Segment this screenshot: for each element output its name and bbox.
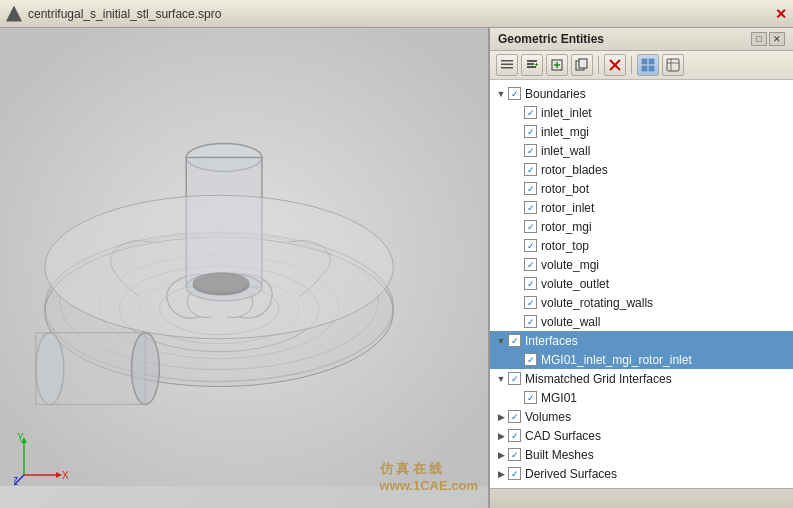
- checkbox-inlet_wall[interactable]: [524, 144, 537, 157]
- svg-rect-31: [527, 60, 537, 62]
- checkbox-mgi01[interactable]: [524, 391, 537, 404]
- title-bar: centrifugal_s_initial_stl_surface.spro ✕: [0, 0, 793, 28]
- panel-close-button[interactable]: ✕: [769, 32, 785, 46]
- tree-item-volute_wall[interactable]: volute_wall: [490, 312, 793, 331]
- toolbar-grid-btn[interactable]: [637, 54, 659, 76]
- toolbar-list-btn[interactable]: [496, 54, 518, 76]
- svg-text:Z: Z: [14, 476, 18, 487]
- tree-item-rotor_inlet[interactable]: rotor_inlet: [490, 198, 793, 217]
- checkbox-rotor_inlet[interactable]: [524, 201, 537, 214]
- expand-btn-derived_surfaces[interactable]: ▶: [494, 467, 508, 481]
- item-label-built_meshes: Built Meshes: [525, 448, 789, 462]
- checkbox-inlet_inlet[interactable]: [524, 106, 537, 119]
- item-label-mgi01: MGI01: [541, 391, 789, 405]
- checkbox-mgi01_inlet[interactable]: [524, 353, 537, 366]
- checkbox-boundaries[interactable]: [508, 87, 521, 100]
- checkbox-interfaces[interactable]: [508, 334, 521, 347]
- toolbar-new-btn[interactable]: [546, 54, 568, 76]
- window-close-button[interactable]: ✕: [775, 6, 787, 22]
- checkbox-volute_wall[interactable]: [524, 315, 537, 328]
- tree-item-rotor_blades[interactable]: rotor_blades: [490, 160, 793, 179]
- expand-btn-boundaries[interactable]: ▼: [494, 87, 508, 101]
- tree-item-boundaries[interactable]: ▼Boundaries: [490, 84, 793, 103]
- checkbox-rotor_bot[interactable]: [524, 182, 537, 195]
- checkbox-rotor_blades[interactable]: [524, 163, 537, 176]
- toolbar-separator-1: [598, 56, 599, 74]
- item-label-volute_mgi: volute_mgi: [541, 258, 789, 272]
- item-label-inlet_mgi: inlet_mgi: [541, 125, 789, 139]
- tree-item-built_meshes[interactable]: ▶Built Meshes: [490, 445, 793, 464]
- svg-point-18: [131, 333, 159, 405]
- item-label-rotor_mgi: rotor_mgi: [541, 220, 789, 234]
- panel-window-controls: □ ✕: [751, 32, 785, 46]
- checkbox-rotor_top[interactable]: [524, 239, 537, 252]
- toolbar-separator-2: [631, 56, 632, 74]
- panel-title: Geometric Entities: [498, 32, 604, 46]
- expand-btn-cad_surfaces[interactable]: ▶: [494, 429, 508, 443]
- tree-item-inlet_mgi[interactable]: inlet_mgi: [490, 122, 793, 141]
- tree-item-cad_surfaces[interactable]: ▶CAD Surfaces: [490, 426, 793, 445]
- axis-indicator: X Y Z: [14, 433, 69, 488]
- checkbox-inlet_mgi[interactable]: [524, 125, 537, 138]
- checkbox-rotor_mgi[interactable]: [524, 220, 537, 233]
- svg-rect-32: [527, 63, 534, 65]
- checkbox-volute_outlet[interactable]: [524, 277, 537, 290]
- toolbar-add-btn[interactable]: [521, 54, 543, 76]
- svg-point-19: [45, 195, 394, 338]
- tree-item-mismatched[interactable]: ▼Mismatched Grid Interfaces: [490, 369, 793, 388]
- tree-item-mgi01_inlet[interactable]: MGI01_inlet_mgi_rotor_inlet: [490, 350, 793, 369]
- item-label-rotor_inlet: rotor_inlet: [541, 201, 789, 215]
- checkbox-mismatched[interactable]: [508, 372, 521, 385]
- svg-rect-29: [501, 64, 513, 66]
- tree-item-rotor_top[interactable]: rotor_top: [490, 236, 793, 255]
- svg-rect-44: [649, 59, 654, 64]
- main-container: Simerics: [0, 28, 793, 508]
- item-label-derived_surfaces: Derived Surfaces: [525, 467, 789, 481]
- item-label-rotor_blades: rotor_blades: [541, 163, 789, 177]
- expand-btn-volumes[interactable]: ▶: [494, 410, 508, 424]
- tree-item-inlet_wall[interactable]: inlet_wall: [490, 141, 793, 160]
- toolbar-view-btn[interactable]: [662, 54, 684, 76]
- tree-item-volumes[interactable]: ▶Volumes: [490, 407, 793, 426]
- item-label-volute_wall: volute_wall: [541, 315, 789, 329]
- panel-header: Geometric Entities □ ✕: [490, 28, 793, 51]
- checkbox-volumes[interactable]: [508, 410, 521, 423]
- item-label-boundaries: Boundaries: [525, 87, 789, 101]
- tree-item-volute_mgi[interactable]: volute_mgi: [490, 255, 793, 274]
- app-icon: [6, 6, 22, 22]
- svg-rect-43: [642, 59, 647, 64]
- expand-btn-built_meshes[interactable]: ▶: [494, 448, 508, 462]
- svg-rect-17: [36, 333, 146, 405]
- checkbox-built_meshes[interactable]: [508, 448, 521, 461]
- tree-item-mgi01[interactable]: MGI01: [490, 388, 793, 407]
- tree-item-derived_surfaces[interactable]: ▶Derived Surfaces: [490, 464, 793, 483]
- tree-item-volute_rotating_walls[interactable]: volute_rotating_walls: [490, 293, 793, 312]
- checkbox-cad_surfaces[interactable]: [508, 429, 521, 442]
- toolbar-copy-btn[interactable]: [571, 54, 593, 76]
- tree-item-rotor_mgi[interactable]: rotor_mgi: [490, 217, 793, 236]
- status-bar: [490, 488, 793, 508]
- tree-item-volute_outlet[interactable]: volute_outlet: [490, 274, 793, 293]
- expand-btn-interfaces[interactable]: ▼: [494, 334, 508, 348]
- viewport-panel[interactable]: Simerics: [0, 28, 490, 508]
- item-label-volute_rotating_walls: volute_rotating_walls: [541, 296, 789, 310]
- item-label-interfaces: Interfaces: [525, 334, 789, 348]
- tree-item-inlet_inlet[interactable]: inlet_inlet: [490, 103, 793, 122]
- checkbox-volute_rotating_walls[interactable]: [524, 296, 537, 309]
- svg-rect-46: [649, 66, 654, 71]
- checkbox-derived_surfaces[interactable]: [508, 467, 521, 480]
- panel-float-button[interactable]: □: [751, 32, 767, 46]
- tree-item-rotor_bot[interactable]: rotor_bot: [490, 179, 793, 198]
- item-label-mgi01_inlet: MGI01_inlet_mgi_rotor_inlet: [541, 353, 789, 367]
- tree-item-interfaces[interactable]: ▼Interfaces: [490, 331, 793, 350]
- svg-rect-28: [501, 60, 513, 62]
- checkbox-volute_mgi[interactable]: [524, 258, 537, 271]
- svg-rect-33: [527, 66, 536, 68]
- item-label-cad_surfaces: CAD Surfaces: [525, 429, 789, 443]
- tree-area[interactable]: ▼Boundariesinlet_inletinlet_mgiinlet_wal…: [490, 80, 793, 488]
- svg-text:Y: Y: [17, 433, 24, 443]
- toolbar-delete-btn[interactable]: [604, 54, 626, 76]
- svg-rect-47: [667, 59, 679, 71]
- item-label-volumes: Volumes: [525, 410, 789, 424]
- expand-btn-mismatched[interactable]: ▼: [494, 372, 508, 386]
